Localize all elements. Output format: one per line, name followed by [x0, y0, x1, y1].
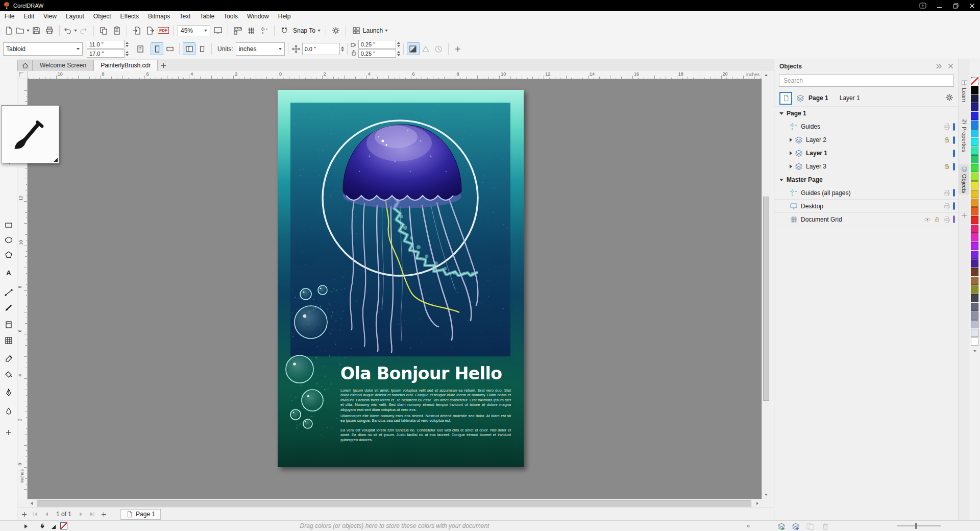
all-pages-button[interactable]	[183, 42, 195, 55]
add-tool-button[interactable]	[2, 426, 15, 439]
minimize-button[interactable]	[931, 0, 947, 11]
first-page-button[interactable]	[30, 509, 41, 519]
menu-text[interactable]: Text	[175, 11, 195, 22]
page-height-field[interactable]: 17.0 "	[87, 49, 125, 58]
status-overflow-icon[interactable]: »	[746, 522, 750, 529]
lock-icon[interactable]	[943, 136, 950, 143]
dock-collapse-icon[interactable]	[936, 63, 943, 69]
tree-row-layer1[interactable]: Layer 1	[774, 147, 959, 160]
line-tool[interactable]	[2, 286, 15, 299]
new-tab-button[interactable]	[158, 60, 169, 71]
collapse-icon[interactable]	[779, 179, 783, 181]
lock-icon[interactable]	[943, 163, 950, 170]
treat-as-filled-button[interactable]	[407, 42, 420, 55]
objects-search-input[interactable]	[779, 75, 954, 87]
tree-row-document-grid[interactable]: Document Grid	[774, 213, 959, 226]
docker-slider-track[interactable]	[897, 525, 941, 526]
tree-row-layer2[interactable]: Layer 2	[774, 133, 959, 147]
scroll-up-icon[interactable]	[762, 71, 770, 79]
palette-swatch[interactable]	[971, 190, 978, 198]
palette-swatch[interactable]	[971, 285, 978, 294]
dupy-up-icon[interactable]	[397, 51, 400, 53]
show-grid-button[interactable]	[244, 24, 258, 37]
redo-button[interactable]	[77, 24, 90, 37]
visibility-icon[interactable]	[924, 216, 931, 223]
palette-swatch[interactable]	[971, 225, 978, 233]
palette-swatch[interactable]	[971, 77, 978, 85]
print-button[interactable]	[43, 24, 56, 37]
duplicate-x-field[interactable]: 0.25 "	[358, 40, 396, 49]
drawing-canvas[interactable]: Ola Bonjour Hello Lorem ipsum dolor sit …	[28, 79, 762, 499]
palette-swatch[interactable]	[971, 155, 978, 163]
duplicate-layer-button[interactable]	[806, 522, 814, 531]
wireframe-button[interactable]	[420, 42, 432, 55]
fullscreen-preview-button[interactable]	[211, 24, 225, 37]
layer-color-indicator[interactable]	[953, 202, 955, 210]
tree-row-page1[interactable]: Page 1	[774, 107, 959, 120]
close-button[interactable]	[964, 0, 980, 11]
menu-edit[interactable]: Edit	[19, 11, 39, 22]
menu-table[interactable]: Table	[195, 11, 219, 22]
portrait-button[interactable]	[151, 42, 163, 55]
horizontal-scroll-thumb[interactable]	[37, 500, 751, 506]
vertical-scroll-thumb[interactable]	[763, 197, 769, 401]
tab-properties[interactable]: Properties	[959, 118, 969, 152]
collapse-icon[interactable]	[779, 112, 783, 115]
palette-swatch[interactable]	[971, 311, 978, 320]
last-page-button[interactable]	[87, 509, 98, 519]
palette-swatch[interactable]	[971, 303, 978, 311]
palette-swatch[interactable]	[971, 268, 978, 276]
palette-swatch[interactable]	[971, 120, 978, 129]
tree-row-desktop[interactable]: Desktop	[774, 200, 959, 213]
palette-swatch[interactable]	[971, 259, 978, 268]
nudge-field[interactable]: 0.0 "	[302, 43, 340, 55]
home-tab[interactable]	[17, 60, 33, 71]
palette-swatch[interactable]	[971, 147, 978, 155]
painterly-brush-flyout[interactable]	[1, 105, 59, 163]
copy-button[interactable]	[97, 24, 110, 37]
layer-color-indicator[interactable]	[953, 136, 955, 144]
palette-scroll-down-icon[interactable]	[969, 347, 980, 354]
interactive-fill-tool[interactable]	[2, 405, 15, 418]
new-document-button[interactable]	[2, 24, 15, 37]
polygon-tool[interactable]	[2, 248, 15, 261]
menu-layout[interactable]: Layout	[61, 11, 89, 22]
page-width-field[interactable]: 11.0 "	[87, 40, 125, 49]
outline-pen-tool[interactable]	[2, 386, 15, 399]
snap-to-dropdown[interactable]: Snap To	[291, 24, 323, 37]
text-tool[interactable]: A	[2, 266, 15, 279]
tab-objects[interactable]: Objects	[959, 164, 969, 195]
preview-button[interactable]	[432, 42, 445, 55]
export-button[interactable]	[143, 24, 157, 37]
new-layer-button[interactable]	[777, 522, 786, 531]
quick-customize-button[interactable]	[959, 212, 969, 219]
height-up-icon[interactable]	[126, 51, 129, 53]
width-down-icon[interactable]	[126, 45, 129, 47]
palette-swatch[interactable]	[971, 320, 978, 328]
smart-fill-tool[interactable]	[2, 368, 15, 381]
tree-row-layer3[interactable]: Layer 3	[774, 160, 959, 173]
page-size-options-button[interactable]	[134, 42, 146, 55]
scroll-left-icon[interactable]	[28, 499, 36, 508]
menu-object[interactable]: Object	[89, 11, 116, 22]
next-page-button[interactable]	[76, 509, 87, 519]
snap-off-button[interactable]	[278, 24, 291, 37]
add-page-button[interactable]	[18, 509, 30, 519]
artistic-media-tool[interactable]	[2, 301, 15, 314]
units-select[interactable]: inches	[236, 42, 285, 56]
status-expand-icon[interactable]	[23, 523, 29, 530]
dupy-down-icon[interactable]	[397, 54, 400, 56]
palette-swatch[interactable]	[971, 337, 978, 346]
tree-row-guides-all-pages[interactable]: Guides (all pages)	[774, 186, 959, 200]
undo-button[interactable]	[63, 24, 77, 37]
palette-swatch[interactable]	[971, 164, 978, 172]
options-button[interactable]	[329, 24, 342, 37]
menu-help[interactable]: Help	[274, 11, 296, 22]
fill-indicator-icon[interactable]	[51, 524, 56, 531]
page-size-select[interactable]: Tabloid	[3, 42, 83, 56]
printable-icon[interactable]	[943, 203, 950, 210]
customize-propbar-button[interactable]	[452, 42, 464, 55]
open-button[interactable]	[15, 24, 30, 37]
dupx-up-icon[interactable]	[397, 42, 400, 44]
no-fill-swatch[interactable]	[60, 522, 67, 529]
